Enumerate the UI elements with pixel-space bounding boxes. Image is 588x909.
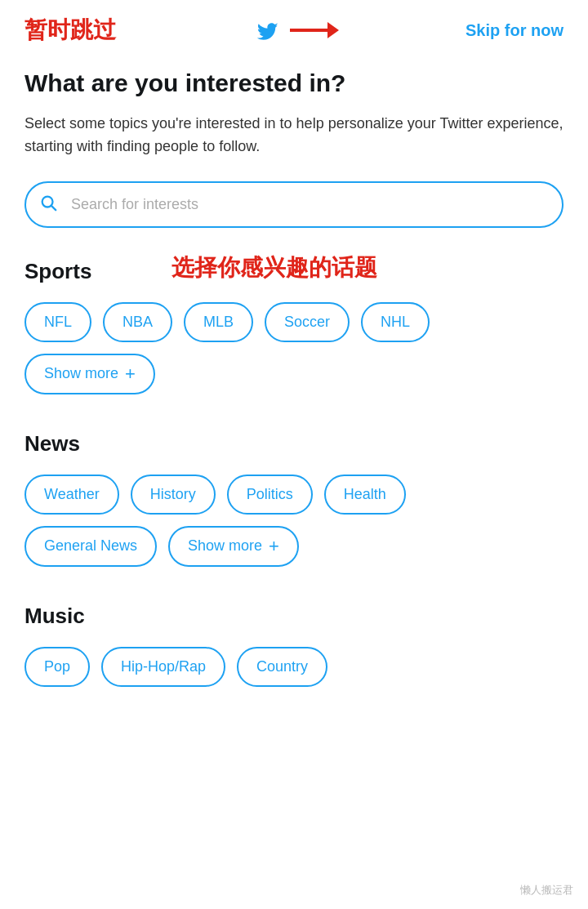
sports-section-title: Sports	[24, 259, 564, 284]
search-input[interactable]	[24, 181, 564, 228]
svg-line-2	[51, 206, 56, 210]
arrow-right-icon	[290, 22, 339, 38]
twitter-logo	[249, 13, 283, 47]
music-tags-row: Pop Hip-Hop/Rap Country	[24, 647, 564, 687]
news-show-more-label: Show more	[188, 537, 262, 555]
tag-nba[interactable]: NBA	[103, 302, 172, 342]
tag-nhl[interactable]: NHL	[361, 302, 430, 342]
music-section: Music Pop Hip-Hop/Rap Country	[24, 604, 564, 687]
tag-country[interactable]: Country	[237, 647, 327, 687]
top-bar: 暂时跳过 Skip for now	[0, 0, 588, 60]
sports-show-more-row: Show more +	[24, 354, 564, 394]
news-extra-row: General News Show more +	[24, 526, 564, 567]
search-container	[24, 181, 564, 228]
tag-hiphop-rap[interactable]: Hip-Hop/Rap	[101, 647, 225, 687]
news-section: News Weather History Politics Health Gen…	[24, 431, 564, 567]
tag-health[interactable]: Health	[324, 475, 406, 515]
tag-history[interactable]: History	[131, 475, 216, 515]
skip-for-now-link[interactable]: Skip for now	[466, 21, 564, 40]
music-section-title: Music	[24, 604, 564, 629]
plus-icon: +	[125, 365, 136, 383]
tag-soccer[interactable]: Soccer	[265, 302, 350, 342]
sports-tags-row: NFL NBA MLB Soccer NHL	[24, 302, 564, 342]
news-show-more-button[interactable]: Show more +	[168, 526, 299, 567]
sports-section: 选择你感兴趣的话题 Sports NFL NBA MLB Soccer NHL …	[24, 259, 564, 394]
watermark: 懒人搬运君	[520, 883, 573, 898]
top-bar-center	[249, 13, 339, 47]
tag-general-news[interactable]: General News	[24, 526, 157, 567]
main-content: What are you interested in? Select some …	[0, 60, 588, 748]
sports-show-more-label: Show more	[44, 365, 118, 382]
tag-pop[interactable]: Pop	[24, 647, 90, 687]
page-title: What are you interested in?	[24, 69, 564, 98]
tag-nfl[interactable]: NFL	[24, 302, 91, 342]
sports-show-more-button[interactable]: Show more +	[24, 354, 155, 394]
tag-mlb[interactable]: MLB	[184, 302, 253, 342]
description-text: Select some topics you're interested in …	[24, 113, 564, 158]
news-tags-row: Weather History Politics Health	[24, 475, 564, 515]
tag-politics[interactable]: Politics	[227, 475, 313, 515]
news-section-title: News	[24, 431, 564, 457]
skip-chinese-label: 暂时跳过	[24, 15, 116, 46]
tag-weather[interactable]: Weather	[24, 475, 119, 515]
news-plus-icon: +	[269, 537, 279, 555]
search-icon	[39, 194, 57, 215]
